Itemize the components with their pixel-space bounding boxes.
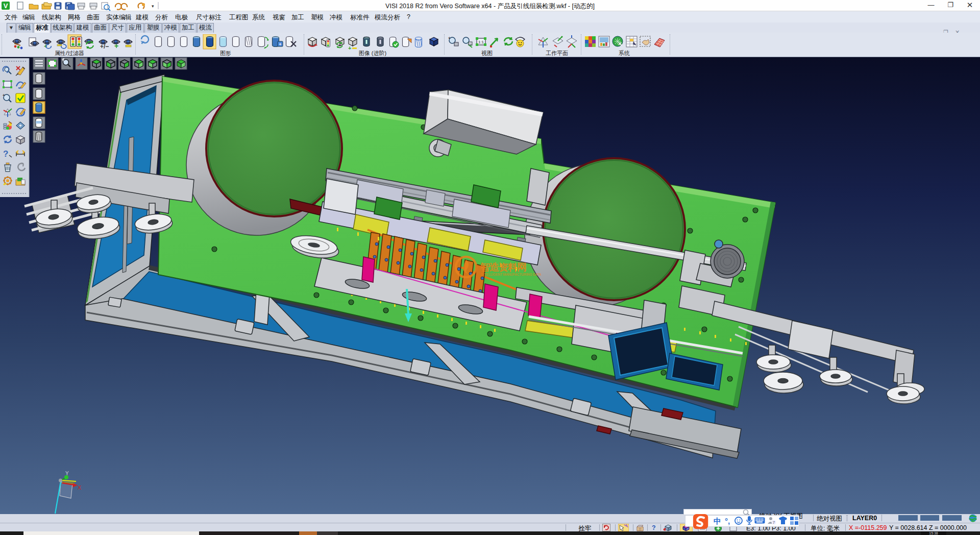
svg-text:+: +: [448, 36, 451, 40]
svg-text:INTELLIGENT MANUFACTURING DATA: INTELLIGENT MANUFACTURING DATA: [481, 273, 542, 276]
svg-text:Y: Y: [65, 471, 69, 476]
svg-text:?: ?: [3, 149, 8, 159]
svg-text:智造资料网: 智造资料网: [480, 262, 526, 273]
svg-text:7: 7: [773, 520, 775, 525]
svg-text:+: +: [3, 93, 5, 98]
svg-text:X: X: [78, 484, 82, 491]
svg-text:+/−: +/−: [100, 43, 109, 50]
svg-text:1:1: 1:1: [478, 40, 484, 44]
svg-text:+: +: [279, 42, 281, 47]
svg-text:+: +: [114, 42, 118, 50]
svg-text:+: +: [348, 45, 351, 50]
